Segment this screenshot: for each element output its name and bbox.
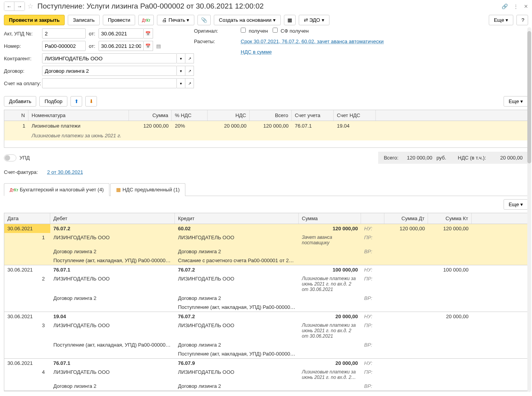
post-button[interactable]: Провести <box>103 15 136 25</box>
entry-block[interactable]: 30.06.202176.07.176.07.2100 000,00НУ:100… <box>4 265 528 312</box>
settlements-label: Расчеты: <box>194 39 241 44</box>
items-grid[interactable]: N Номенклатура Сумма % НДС НДС Всего Сче… <box>4 110 528 148</box>
edo-button[interactable]: ⇄ ЭДО ▾ <box>299 15 329 25</box>
col-credit: Кредит <box>175 213 299 224</box>
dropdown-icon[interactable]: ▾ <box>177 53 185 63</box>
more-button[interactable]: Еще ▾ <box>489 15 513 25</box>
scrollbar[interactable] <box>527 27 531 391</box>
dropdown-icon[interactable]: ▾ <box>177 66 185 76</box>
move-up-button[interactable]: ⬆ <box>70 96 82 107</box>
col-vat-pct: % НДС <box>172 110 208 121</box>
col-date: Дата <box>4 213 50 224</box>
page-title: Поступление: Услуги лизинга Ра00-000002 … <box>37 2 264 11</box>
col-sum-dt: Сумма Дт <box>384 213 428 224</box>
act-no-input[interactable] <box>42 28 86 39</box>
act-label: Акт, УПД №: <box>4 31 42 37</box>
entries-more-button[interactable]: Еще ▾ <box>504 199 528 210</box>
post-close-button[interactable]: Провести и закрыть <box>4 15 65 25</box>
counterparty-label: Контрагент: <box>4 56 42 61</box>
col-debet: Дебет <box>50 213 175 224</box>
col-nomenclature: Номенклатура <box>28 110 129 121</box>
contract-input[interactable] <box>42 66 177 76</box>
upd-label: УПД <box>19 155 30 161</box>
open-icon[interactable]: ↗ <box>185 53 194 63</box>
table-row[interactable]: 1 Лизинговые платежи 120 000,00 20% 20 0… <box>4 121 528 131</box>
write-button[interactable]: Записать <box>68 15 100 25</box>
sf-received-checkbox[interactable]: СФ получен <box>273 28 309 34</box>
entry-block[interactable]: 30.06.202176.07.176.07.920 000,00НУ:4ЛИЗ… <box>4 359 528 391</box>
tab-accounting[interactable]: ДтКтБухгалтерский и налоговый учет (4) <box>4 183 109 196</box>
dtkt-button[interactable]: ДтКт <box>138 15 154 25</box>
entry-block[interactable]: 30.06.202176.07.260.02120 000,00НУ:120 0… <box>4 224 528 265</box>
calendar-icon[interactable]: 📅 <box>144 28 153 39</box>
col-vat-account: Счет НДС <box>334 110 376 121</box>
entries-grid[interactable]: Дата Дебет Кредит Сумма Сумма Дт Сумма К… <box>4 213 528 391</box>
col-account: Счет учета <box>292 110 334 121</box>
table-row-desc: Лизинговые платежи за июнь 2021 г. <box>4 131 528 140</box>
ot-label-2: от: <box>89 43 95 49</box>
related-button[interactable]: ▦ <box>284 15 296 25</box>
nav-forward-button[interactable]: → <box>14 2 25 11</box>
create-based-button[interactable]: Создать на основании ▾ <box>214 15 281 25</box>
dropdown-icon[interactable]: ▾ <box>177 78 185 88</box>
settlements-link[interactable]: Срок 30.07.2021, 76.07.2, 60.02, зачет а… <box>241 39 384 44</box>
copy-icon[interactable]: ▤ <box>156 43 161 49</box>
help-button[interactable]: ? <box>516 15 528 25</box>
close-icon[interactable]: ✕ <box>524 4 528 9</box>
open-icon[interactable]: ↗ <box>185 78 194 88</box>
contract-label: Договор: <box>4 68 42 74</box>
add-row-button[interactable]: Добавить <box>4 96 36 107</box>
number-date-input[interactable] <box>99 41 144 51</box>
number-input[interactable] <box>42 41 86 51</box>
move-down-button[interactable]: ⬇ <box>85 96 97 107</box>
link-icon[interactable]: 🔗 <box>502 4 508 9</box>
nav-back-button[interactable]: ← <box>4 2 14 11</box>
received-checkbox[interactable]: получен <box>241 28 268 34</box>
invoice-input[interactable] <box>42 78 177 88</box>
sf-link[interactable]: 2 от 30.06.2021 <box>47 169 83 175</box>
number-label: Номер: <box>4 43 42 49</box>
act-date-input[interactable] <box>99 28 144 39</box>
totals-box: Всего: 120 000,00 руб. НДС (в т.ч.): 20 … <box>378 152 528 164</box>
upd-toggle[interactable] <box>4 154 16 161</box>
grid-more-button[interactable]: Еще ▾ <box>504 96 528 107</box>
col-vat: НДС <box>208 110 250 121</box>
original-label: Оригинал: <box>194 28 241 34</box>
counterparty-input[interactable] <box>42 53 177 63</box>
star-icon[interactable]: ☆ <box>27 2 33 11</box>
tab-vat[interactable]: ▦НДС предъявленный (1) <box>110 183 185 196</box>
menu-icon[interactable]: ⋮ <box>513 4 518 9</box>
col-total: Всего <box>250 110 292 121</box>
vat-link[interactable]: НДС в сумме <box>241 49 272 55</box>
col-sum-kt: Сумма Кт <box>428 213 472 224</box>
col-sum: Сумма <box>129 110 172 121</box>
calendar-icon[interactable]: 📅 <box>144 41 153 51</box>
sf-label: Счет-фактура: <box>4 169 38 175</box>
print-button[interactable]: 🖨 Печать ▾ <box>157 15 194 25</box>
ot-label: от: <box>89 31 95 37</box>
entry-block[interactable]: 30.06.202119.0476.07.220 000,00НУ:20 000… <box>4 312 528 359</box>
open-icon[interactable]: ↗ <box>185 66 194 76</box>
col-sum: Сумма <box>299 213 361 224</box>
invoice-label: Счет на оплату: <box>4 81 42 86</box>
pick-button[interactable]: Подбор <box>39 96 67 107</box>
col-n: N <box>4 110 28 121</box>
attach-button[interactable]: 📎 <box>197 15 211 25</box>
